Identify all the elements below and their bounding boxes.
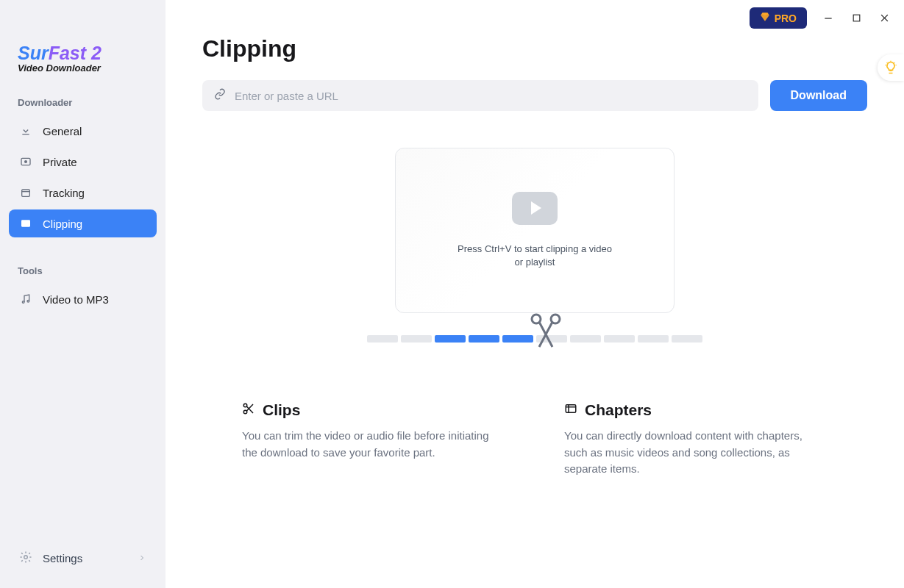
logo-part1: Sur <box>18 43 49 63</box>
settings-label: Settings <box>43 552 82 564</box>
sidebar-item-label: Clipping <box>43 218 82 230</box>
tracking-icon <box>19 186 32 199</box>
app-logo: SurFast 2 Video Downloader <box>9 13 157 74</box>
video-placeholder: Press Ctrl+V to start clipping a video o… <box>395 148 675 313</box>
hint-text: Press Ctrl+V to start clipping a video o… <box>458 243 612 269</box>
svg-rect-4 <box>21 223 30 223</box>
svg-rect-13 <box>566 405 576 413</box>
svg-point-5 <box>22 301 24 304</box>
svg-rect-3 <box>21 220 30 226</box>
sidebar: SurFast 2 Video Downloader Downloader Ge… <box>0 0 166 588</box>
close-button[interactable] <box>878 12 891 25</box>
url-input-wrapper[interactable] <box>202 80 758 111</box>
svg-point-7 <box>24 556 28 559</box>
link-icon <box>214 88 226 103</box>
private-icon <box>19 155 32 168</box>
feature-chapters-desc: You can directly download content with c… <box>564 428 828 478</box>
page-title: Clipping <box>202 35 867 62</box>
lightbulb-icon <box>883 60 898 75</box>
svg-point-1 <box>25 161 27 163</box>
titlebar: PRO <box>750 7 891 29</box>
logo-subtitle: Video Downloader <box>18 62 148 74</box>
features-row: Clips You can trim the video or audio fi… <box>202 401 867 478</box>
feature-clips: Clips You can trim the video or audio fi… <box>242 401 505 478</box>
sidebar-item-settings[interactable]: Settings <box>9 543 157 573</box>
svg-rect-2 <box>22 190 30 196</box>
logo-part3: 2 <box>86 43 102 63</box>
sidebar-item-label: Private <box>43 156 77 168</box>
sidebar-item-label: General <box>43 125 82 137</box>
feature-clips-title: Clips <box>263 401 300 419</box>
clipping-icon <box>19 217 32 230</box>
sidebar-item-label: Video to MP3 <box>43 293 109 306</box>
download-button[interactable]: Download <box>770 80 867 111</box>
pro-badge[interactable]: PRO <box>750 7 807 29</box>
feature-chapters-title: Chapters <box>585 401 652 419</box>
feature-chapters: Chapters You can directly download conte… <box>564 401 828 478</box>
chapters-icon <box>564 402 577 418</box>
svg-point-6 <box>27 300 29 302</box>
logo-part2: Fast <box>49 43 86 63</box>
sidebar-item-video-to-mp3[interactable]: Video to MP3 <box>9 285 157 313</box>
sidebar-item-private[interactable]: Private <box>9 148 157 176</box>
feature-clips-desc: You can trim the video or audio file bef… <box>242 428 505 461</box>
url-input[interactable] <box>235 90 747 102</box>
svg-rect-8 <box>853 15 860 21</box>
empty-state: Press Ctrl+V to start clipping a video o… <box>202 148 867 343</box>
pro-label: PRO <box>775 12 797 24</box>
section-tools-label: Tools <box>9 262 157 279</box>
svg-point-12 <box>243 410 247 414</box>
tips-button[interactable] <box>878 54 904 81</box>
music-note-icon <box>19 293 32 306</box>
gear-icon <box>19 551 32 566</box>
sidebar-item-tracking[interactable]: Tracking <box>9 179 157 207</box>
play-icon <box>512 192 558 225</box>
chevron-right-icon <box>138 552 146 564</box>
scissors-icon <box>527 312 564 359</box>
download-arrow-icon <box>19 124 32 137</box>
main-content: PRO Clipping Download <box>166 0 904 588</box>
svg-point-11 <box>243 404 247 407</box>
section-downloader-label: Downloader <box>9 94 157 111</box>
maximize-button[interactable] <box>850 12 863 25</box>
sidebar-item-clipping[interactable]: Clipping <box>9 209 157 237</box>
sidebar-item-general[interactable]: General <box>9 117 157 145</box>
timeline-illustration <box>367 335 702 343</box>
scissors-small-icon <box>242 402 255 418</box>
sidebar-item-label: Tracking <box>43 187 85 199</box>
url-row: Download <box>202 80 867 111</box>
minimize-button[interactable] <box>822 12 835 25</box>
diamond-icon <box>760 12 770 24</box>
